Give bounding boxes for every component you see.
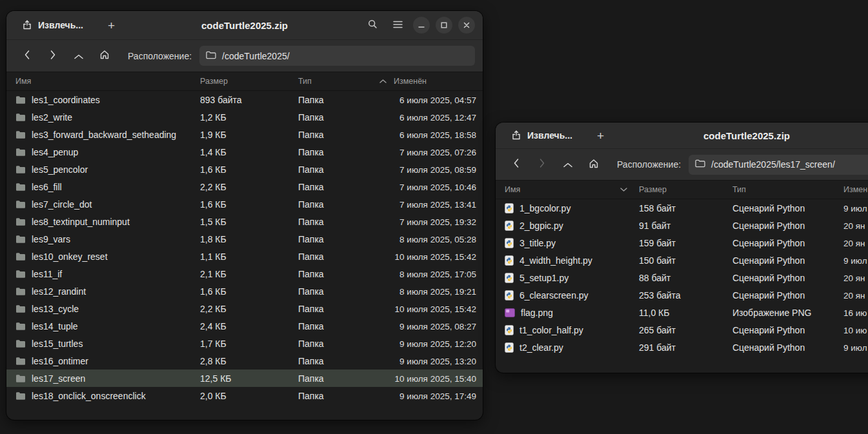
home-button[interactable]	[581, 153, 607, 175]
file-name-cell: les16_ontimer	[15, 352, 88, 370]
file-modified: 20 ян	[843, 290, 865, 300]
forward-button[interactable]	[529, 153, 555, 175]
table-row[interactable]: les10_onkey_reset1,1 КБПапка10 июля 2025…	[6, 248, 483, 265]
file-size: 265 байт	[639, 325, 676, 335]
column-header-name[interactable]: Имя	[505, 185, 520, 194]
extract-button[interactable]: Извлечь...	[506, 126, 578, 144]
column-header-size[interactable]: Размер	[200, 77, 228, 86]
home-button[interactable]	[92, 45, 117, 67]
location-label: Расположение:	[617, 159, 681, 170]
table-row[interactable]: les1_coordinates893 байтаПапка6 июля 202…	[6, 91, 483, 108]
chevron-up-icon	[74, 50, 83, 62]
table-row[interactable]: les14_tuple2,4 КБПапка9 июля 2025, 08:27	[6, 317, 483, 335]
table-row[interactable]: 5_setup1.py88 байтСценарий Python20 ян	[496, 269, 868, 286]
file-modified: 16 ию	[843, 308, 867, 317]
home-icon	[99, 50, 110, 62]
file-type: Сценарий Python	[732, 290, 805, 301]
table-row[interactable]: les18_onclick_onscreenclick2,0 КБПапка9 …	[6, 387, 483, 404]
up-button[interactable]	[66, 45, 92, 67]
column-header-modified[interactable]: Изменён	[394, 77, 427, 86]
sort-descending-icon	[620, 188, 627, 192]
file-name: t1_color_half.py	[520, 325, 583, 335]
python-file-icon	[505, 255, 514, 266]
file-name-cell: 4_width_height.py	[505, 252, 592, 269]
file-type: Сценарий Python	[732, 255, 805, 266]
file-size: 893 байта	[200, 95, 242, 105]
window-title: codeTurtle2025.zip	[703, 130, 790, 141]
extract-archive-icon	[511, 130, 521, 141]
forward-button[interactable]	[40, 45, 66, 67]
folder-icon	[15, 130, 26, 139]
maximize-button[interactable]	[436, 17, 452, 34]
table-row[interactable]: 4_width_height.py150 байтСценарий Python…	[496, 252, 868, 269]
table-row[interactable]: t1_color_half.py265 байтСценарий Python1…	[496, 321, 868, 339]
back-button[interactable]	[14, 45, 40, 67]
file-modified: 9 июл	[843, 255, 867, 265]
table-row[interactable]: les6_fill2,2 КБПапка7 июля 2025, 10:46	[6, 178, 483, 195]
new-tab-button[interactable]: +	[589, 127, 612, 144]
file-size: 12,5 КБ	[200, 373, 231, 384]
table-row[interactable]: 3_title.py159 байтСценарий Python20 ян	[496, 234, 868, 252]
table-row[interactable]: 6_clearscreen.py253 байтаСценарий Python…	[496, 286, 868, 304]
python-file-icon	[505, 290, 514, 301]
file-name-cell: les7_circle_dot	[15, 195, 92, 213]
folder-icon	[15, 165, 26, 174]
file-modified: 9 июля 2025, 08:27	[399, 321, 476, 331]
close-button[interactable]	[458, 17, 475, 34]
table-row[interactable]: les15_turtles1,7 КБПапка9 июля 2025, 12:…	[6, 335, 483, 352]
table-row[interactable]: les16_ontimer2,8 КБПапка9 июля 2025, 13:…	[6, 352, 483, 370]
location-input[interactable]: /codeTurtle2025/	[199, 46, 475, 66]
table-row[interactable]: les11_if2,1 КБПапка8 июля 2025, 17:05	[6, 265, 483, 282]
column-header-name[interactable]: Имя	[15, 77, 31, 86]
column-header-type[interactable]: Тип	[298, 77, 312, 86]
location-label: Расположение:	[128, 51, 192, 61]
column-header-type[interactable]: Тип	[732, 185, 746, 194]
table-row[interactable]: les12_randint1,6 КБПапка8 июля 2025, 19:…	[6, 282, 483, 300]
file-type: Папка	[298, 164, 324, 175]
column-header-modified[interactable]: Измен	[843, 185, 867, 194]
minimize-button[interactable]	[413, 17, 430, 34]
image-file-icon	[505, 308, 515, 317]
table-row[interactable]: les5_pencolor1,6 КБПапка7 июля 2025, 08:…	[6, 161, 483, 178]
file-type: Папка	[298, 182, 324, 192]
file-name: les5_pencolor	[32, 164, 88, 175]
table-row[interactable]: les2_write1,2 КБПапка6 июля 2025, 12:47	[6, 108, 483, 126]
main-menu-button[interactable]	[388, 15, 407, 35]
file-name: les3_forward_backward_setheading	[32, 130, 176, 140]
table-row[interactable]: les13_cycle2,2 КБПапка10 июля 2025, 15:4…	[6, 300, 483, 317]
table-row[interactable]: 1_bgcolor.py158 байтСценарий Python9 июл	[496, 199, 868, 217]
table-row[interactable]: les9_vars1,8 КБПапка8 июля 2025, 05:28	[6, 230, 483, 248]
file-type: Папка	[298, 321, 324, 331]
table-row[interactable]: flag.png11,0 КБИзображение PNG16 ию	[496, 304, 868, 321]
table-row[interactable]: les17_screen12,5 КБПапка10 июля 2025, 15…	[6, 370, 483, 387]
folder-icon	[15, 148, 26, 157]
table-row[interactable]: les3_forward_backward_setheading1,9 КБПа…	[6, 126, 483, 143]
python-file-icon	[505, 325, 514, 335]
search-button[interactable]	[363, 15, 382, 35]
table-row[interactable]: les8_textinput_numinput1,5 КБПапка7 июля…	[6, 213, 483, 230]
file-type: Сценарий Python	[732, 221, 805, 231]
file-type: Папка	[298, 234, 324, 244]
new-tab-button[interactable]: +	[100, 17, 123, 34]
chevron-right-icon	[50, 50, 56, 62]
file-modified: 6 июля 2025, 12:47	[399, 112, 476, 122]
table-row[interactable]: t2_clear.py291 байтСценарий Python9 июл	[496, 339, 868, 356]
file-name-cell: les4_penup	[15, 143, 78, 161]
folder-icon	[15, 339, 26, 348]
file-type: Папка	[298, 356, 324, 366]
table-row[interactable]: les7_circle_dot1,6 КБПапка7 июля 2025, 1…	[6, 195, 483, 213]
extract-button[interactable]: Извлечь...	[17, 16, 88, 34]
file-size: 1,9 КБ	[200, 130, 227, 140]
file-type: Сценарий Python	[732, 238, 805, 248]
file-name: les13_cycle	[32, 304, 79, 314]
column-header-size[interactable]: Размер	[639, 185, 667, 194]
file-name-cell: les14_tuple	[15, 317, 78, 335]
back-button[interactable]	[503, 153, 529, 175]
file-type: Папка	[298, 391, 324, 401]
location-input[interactable]: /codeTurtle2025/les17_screen/	[689, 155, 868, 175]
table-row[interactable]: les4_penup1,4 КБПапка7 июля 2025, 07:26	[6, 143, 483, 161]
file-modified: 20 ян	[843, 273, 865, 282]
file-type: Папка	[298, 286, 324, 297]
up-button[interactable]	[555, 153, 581, 175]
table-row[interactable]: 2_bgpic.py91 байтСценарий Python20 ян	[496, 217, 868, 234]
